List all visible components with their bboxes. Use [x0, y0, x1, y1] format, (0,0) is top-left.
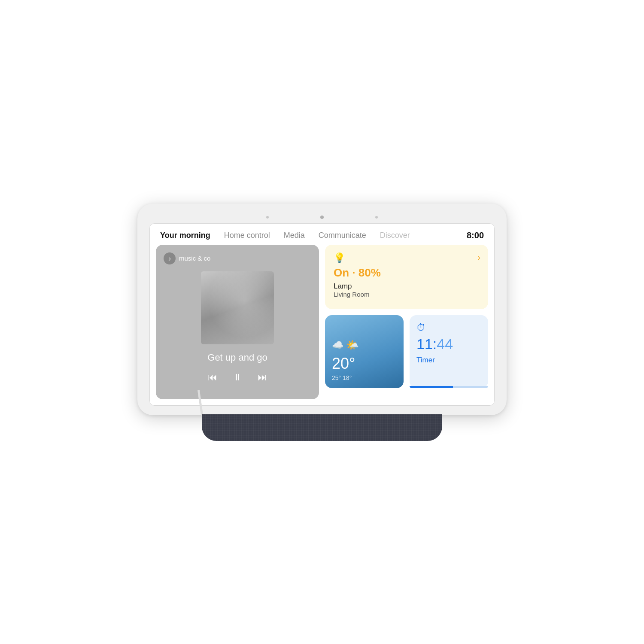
lamp-room: Living Room	[334, 291, 480, 298]
cloud-icon: ☁️	[332, 340, 343, 351]
timer-progress-fill	[410, 386, 453, 388]
tab-your-morning[interactable]: Your morning	[160, 231, 210, 240]
timer-progress-bar	[410, 386, 488, 388]
device-body: Your morning Home control Media Communic…	[137, 204, 507, 415]
song-title: Get up and go	[164, 352, 311, 363]
device-screen: Your morning Home control Media Communic…	[149, 223, 495, 406]
timer-time: 11:44	[416, 336, 481, 352]
tab-discover[interactable]: Discover	[380, 231, 410, 240]
speaker-fabric-texture	[202, 414, 442, 441]
lamp-name: Lamp	[334, 282, 480, 291]
speaker-base	[202, 414, 442, 441]
lamp-chevron-icon: ›	[477, 252, 480, 262]
sensor-dot-left	[266, 216, 269, 219]
weather-icon-row: ☁️ 🌤️	[332, 339, 397, 351]
right-column: 💡 On · 80% Lamp Living Room › ☁️ 🌤️	[325, 245, 488, 388]
timer-seconds: 44	[437, 336, 453, 352]
weather-card[interactable]: ☁️ 🌤️ 20° 25° 18°	[325, 315, 404, 388]
tab-media[interactable]: Media	[284, 231, 305, 240]
timer-label: Timer	[416, 356, 481, 365]
timer-colon: :	[433, 336, 437, 352]
sensor-row	[149, 216, 495, 219]
tab-communicate[interactable]: Communicate	[319, 231, 366, 240]
sun-icon: 🌤️	[346, 339, 359, 351]
lamp-icon: 💡	[334, 252, 480, 264]
weather-temp-range: 25° 18°	[332, 374, 397, 381]
music-app-row: ♪ music & co	[164, 252, 210, 264]
lamp-status: On · 80%	[334, 266, 480, 279]
music-controls: ⏮ ⏸ ⏭	[164, 372, 311, 383]
music-app-icon: ♪	[164, 252, 176, 264]
camera-sensor	[320, 216, 324, 219]
content-grid: ♪ music & co Get up and go ⏮ ⏸ ⏭	[150, 245, 494, 405]
album-art-visual	[201, 271, 274, 344]
weather-temp-main: 20°	[332, 355, 397, 373]
timer-minutes: 11	[416, 336, 433, 352]
music-app-name: music & co	[179, 255, 210, 262]
album-art	[201, 271, 274, 344]
lamp-card[interactable]: 💡 On · 80% Lamp Living Room ›	[325, 245, 488, 309]
clock-display: 8:00	[467, 231, 484, 240]
sensor-dot-right	[375, 216, 378, 219]
next-button[interactable]: ⏭	[258, 372, 267, 383]
timer-icon: ⏱	[416, 322, 481, 333]
prev-button[interactable]: ⏮	[208, 372, 217, 383]
music-card[interactable]: ♪ music & co Get up and go ⏮ ⏸ ⏭	[156, 245, 319, 399]
bottom-row: ☁️ 🌤️ 20° 25° 18° ⏱ 11:44	[325, 315, 488, 388]
tab-home-control[interactable]: Home control	[224, 231, 270, 240]
google-nest-hub-device: Your morning Home control Media Communic…	[137, 204, 507, 441]
timer-card[interactable]: ⏱ 11:44 Timer	[410, 315, 488, 388]
navigation-bar: Your morning Home control Media Communic…	[150, 224, 494, 245]
pause-button[interactable]: ⏸	[233, 372, 242, 383]
